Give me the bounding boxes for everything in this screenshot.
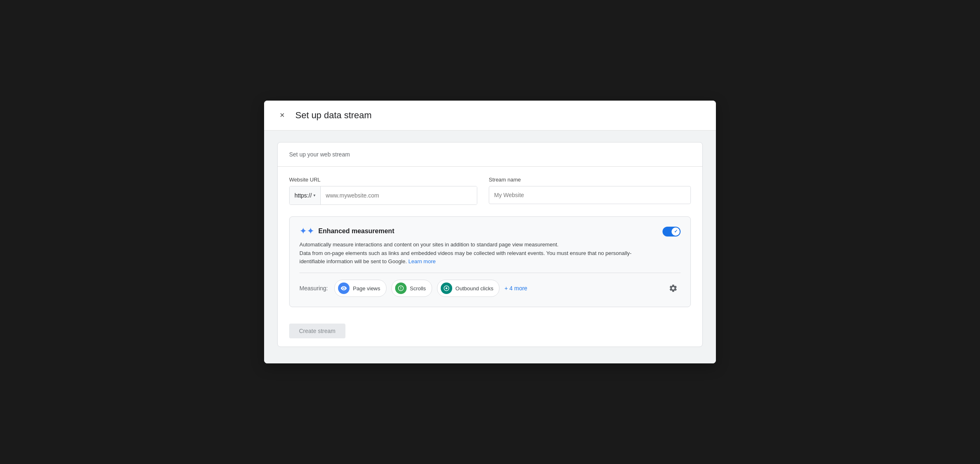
toggle-check-icon: ✓ [674,229,678,234]
website-url-group: Website URL https:// ▾ [289,177,477,205]
measuring-row: Measuring: Page views [299,280,681,297]
action-row: Create stream [278,319,702,347]
page-views-icon [338,283,350,294]
dialog-body: Set up your web stream Website URL https… [264,131,716,363]
sparkle-icon: ✦✦ [299,227,314,236]
create-stream-button[interactable]: Create stream [289,324,345,338]
dialog-header: × Set up data stream [264,101,716,131]
scrolls-chip[interactable]: Scrolls [391,280,432,297]
measuring-label: Measuring: [299,285,328,292]
setup-data-stream-dialog: × Set up data stream Set up your web str… [264,101,716,363]
url-input-wrapper: https:// ▾ [289,186,477,205]
enhanced-description-strong: Automatically measure interactions and c… [299,241,559,248]
chevron-down-icon: ▾ [313,193,315,198]
url-text-input[interactable] [321,186,477,204]
toggle-wrapper: ✓ [663,227,681,237]
enhanced-description-extra: Data from on-page elements such as links… [299,250,632,265]
learn-more-link[interactable]: Learn more [408,258,435,264]
toggle-thumb: ✓ [672,227,680,236]
more-link[interactable]: + 4 more [504,285,527,292]
website-url-label: Website URL [289,177,477,183]
enhanced-description: Automatically measure interactions and c… [299,241,656,266]
stream-name-group: Stream name [489,177,691,205]
web-stream-section: Set up your web stream [278,142,702,167]
dialog-title: Set up data stream [295,110,372,121]
outbound-clicks-label: Outbound clicks [455,285,494,292]
stream-name-label: Stream name [489,177,691,183]
enhanced-content: ✦✦ Enhanced measurement Automatically me… [299,227,656,266]
page-views-chip[interactable]: Page views [334,280,386,297]
section-divider [299,273,681,273]
enhanced-header: ✦✦ Enhanced measurement Automatically me… [299,227,681,266]
close-button[interactable]: × [276,109,289,122]
page-views-label: Page views [353,285,380,292]
scrolls-label: Scrolls [410,285,426,292]
enhanced-title: Enhanced measurement [318,227,394,235]
form-row: Website URL https:// ▾ Stream name [278,167,702,216]
gear-icon [669,284,678,293]
protocol-dropdown[interactable]: https:// ▾ [290,186,321,204]
outbound-clicks-icon [441,283,452,294]
main-card: Set up your web stream Website URL https… [277,142,703,347]
scrolls-icon [395,283,407,294]
enhanced-title-row: ✦✦ Enhanced measurement [299,227,656,236]
outbound-clicks-chip[interactable]: Outbound clicks [437,280,500,297]
web-stream-label: Set up your web stream [289,151,350,158]
protocol-value: https:// [294,192,312,199]
settings-button[interactable] [666,281,681,296]
stream-name-input[interactable] [489,186,691,204]
enhanced-measurement-section: ✦✦ Enhanced measurement Automatically me… [289,216,691,307]
enhanced-toggle[interactable]: ✓ [663,227,681,237]
